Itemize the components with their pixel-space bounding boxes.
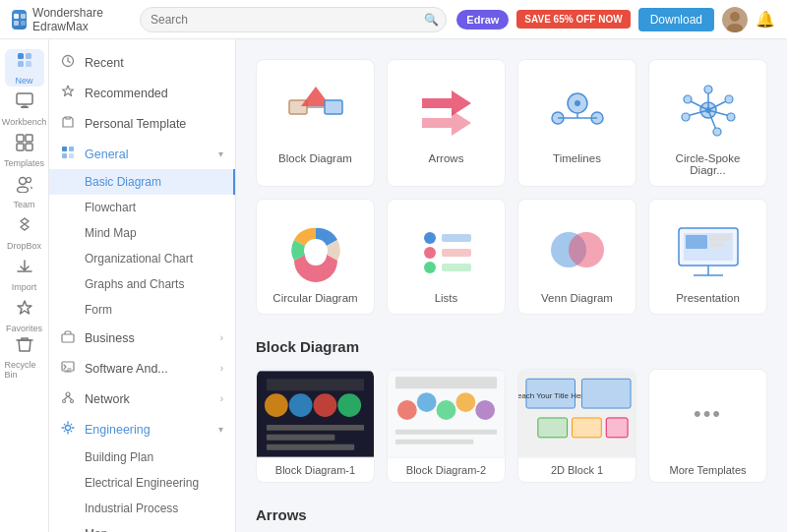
sidebar-item-import-label: Import — [12, 282, 37, 292]
submenu-mind-map[interactable]: Mind Map — [49, 220, 235, 246]
svg-point-52 — [725, 95, 733, 103]
svg-rect-23 — [69, 147, 74, 151]
search-input[interactable] — [140, 7, 447, 32]
sidebar-item-new[interactable]: New — [5, 49, 44, 87]
venn-icon — [543, 215, 612, 284]
sidebar-item-favorites[interactable]: Favorites — [5, 297, 44, 334]
svg-rect-0 — [14, 14, 19, 19]
recycle-icon — [16, 335, 33, 358]
svg-rect-15 — [26, 135, 32, 142]
presentation-label: Presentation — [676, 292, 740, 304]
menu-item-recent[interactable]: Recent — [49, 47, 235, 78]
business-label: Business — [85, 331, 135, 345]
team-icon — [16, 175, 33, 198]
category-grid: Block Diagram Arrows — [256, 59, 767, 315]
category-arrows[interactable]: Arrows — [387, 59, 506, 187]
block-diagram-section: Block Diagram — [256, 338, 767, 483]
svg-point-91 — [455, 392, 475, 412]
category-circular[interactable]: Circular Diagram — [256, 199, 375, 315]
save-badge[interactable]: SAVE 65% OFF NOW — [516, 10, 630, 29]
building-plan-label: Building Plan — [85, 450, 153, 464]
submenu-building-plan[interactable]: Building Plan — [49, 444, 235, 470]
more-block-label: More Templates — [661, 458, 754, 482]
block-diagram-label: Block Diagram — [278, 152, 352, 164]
submenu-graphs-charts[interactable]: Graphs and Charts — [49, 271, 235, 297]
recommended-label: Recommended — [85, 87, 168, 100]
sidebar-item-dropbox[interactable]: DropBox — [5, 214, 44, 252]
template-block2[interactable]: Block Diagram-2 — [387, 369, 506, 483]
basic-diagram-label: Basic Diagram — [85, 175, 161, 189]
block-diagram-templates: Block Diagram-1 — [256, 369, 767, 483]
category-timelines[interactable]: Timelines — [517, 59, 636, 187]
svg-rect-84 — [267, 435, 334, 441]
svg-point-29 — [63, 400, 66, 403]
sidebar-item-new-label: New — [15, 76, 32, 86]
submenu-map[interactable]: Map — [49, 521, 235, 532]
lists-icon — [412, 215, 481, 284]
menu-item-personal[interactable]: Personal Template — [49, 108, 235, 139]
svg-rect-1 — [21, 14, 26, 19]
section-general[interactable]: General ▾ — [49, 139, 235, 169]
sidebar-item-templates[interactable]: Templates — [5, 132, 44, 169]
svg-rect-7 — [18, 53, 24, 59]
template-more-block[interactable]: ••• More Templates — [648, 369, 767, 483]
electrical-label: Electrical Engineering — [85, 476, 199, 490]
menu-item-business[interactable]: Business › — [49, 323, 235, 353]
category-presentation[interactable]: Presentation — [648, 199, 767, 315]
svg-rect-63 — [442, 234, 471, 242]
svg-point-60 — [682, 113, 690, 121]
svg-point-61 — [307, 241, 325, 259]
svg-rect-72 — [686, 235, 707, 249]
svg-rect-24 — [62, 153, 67, 158]
svg-point-62 — [424, 232, 436, 244]
avatar[interactable] — [722, 7, 748, 32]
network-icon — [61, 390, 77, 407]
submenu-flowchart[interactable]: Flowchart — [49, 195, 235, 220]
sidebar-item-workbench[interactable]: Workbench — [5, 90, 44, 128]
svg-point-81 — [314, 393, 337, 417]
general-chevron-icon: ▾ — [218, 148, 223, 159]
search-bar[interactable]: 🔍 — [140, 7, 447, 32]
new-icon — [16, 51, 33, 74]
template-block1[interactable]: Block Diagram-1 — [256, 369, 375, 483]
software-icon — [61, 360, 77, 377]
block1-label: Block Diagram-1 — [257, 458, 374, 482]
personal-icon — [61, 115, 77, 132]
submenu-org-chart[interactable]: Organizational Chart — [49, 246, 235, 271]
left-panel: Recent Recommended Personal Template Gen… — [49, 39, 236, 532]
template-2dblock[interactable]: Teach Your Title Here 2D Block 1 — [517, 369, 636, 483]
section-engineering[interactable]: Engineering ▾ — [49, 414, 235, 444]
menu-item-recommended[interactable]: Recommended — [49, 78, 235, 108]
category-circle-spoke[interactable]: Circle-Spoke Diagr... — [648, 59, 767, 187]
svg-point-20 — [26, 177, 30, 182]
mind-map-label: Mind Map — [85, 226, 137, 240]
sidebar-item-team[interactable]: Team — [5, 173, 44, 210]
submenu-industrial[interactable]: Industrial Process — [49, 496, 235, 521]
svg-text:Teach Your Title Here: Teach Your Title Here — [518, 391, 588, 400]
engineering-label: Engineering — [85, 423, 151, 437]
main-layout: New Workbench Templates Team DropBox — [0, 39, 787, 532]
svg-rect-98 — [581, 379, 631, 408]
submenu-basic-diagram[interactable]: Basic Diagram — [49, 169, 235, 195]
category-lists[interactable]: Lists — [387, 199, 506, 315]
svg-rect-9 — [18, 61, 24, 67]
org-chart-label: Organizational Chart — [85, 252, 193, 266]
menu-item-software[interactable]: Software And... › — [49, 353, 235, 384]
submenu-form[interactable]: Form — [49, 297, 235, 323]
sidebar-item-recycle[interactable]: Recycle Bin — [5, 338, 44, 376]
submenu-electrical[interactable]: Electrical Engineering — [49, 470, 235, 496]
graphs-charts-label: Graphs and Charts — [85, 277, 184, 291]
download-button[interactable]: Download — [638, 8, 714, 31]
menu-item-network[interactable]: Network › — [49, 384, 235, 414]
category-block-diagram[interactable]: Block Diagram — [256, 59, 375, 187]
category-venn[interactable]: Venn Diagram — [517, 199, 636, 315]
svg-rect-83 — [267, 425, 364, 431]
sidebar-item-import[interactable]: Import — [5, 256, 44, 293]
topbar: Wondershare EdrawMax 🔍 Edraw SAVE 65% OF… — [0, 0, 787, 39]
block-diagram-section-title: Block Diagram — [256, 338, 767, 355]
svg-rect-25 — [69, 153, 74, 158]
svg-point-18 — [19, 177, 26, 184]
svg-rect-2 — [14, 21, 19, 26]
notification-bell-icon[interactable]: 🔔 — [756, 10, 775, 29]
block1-thumb — [257, 370, 374, 458]
